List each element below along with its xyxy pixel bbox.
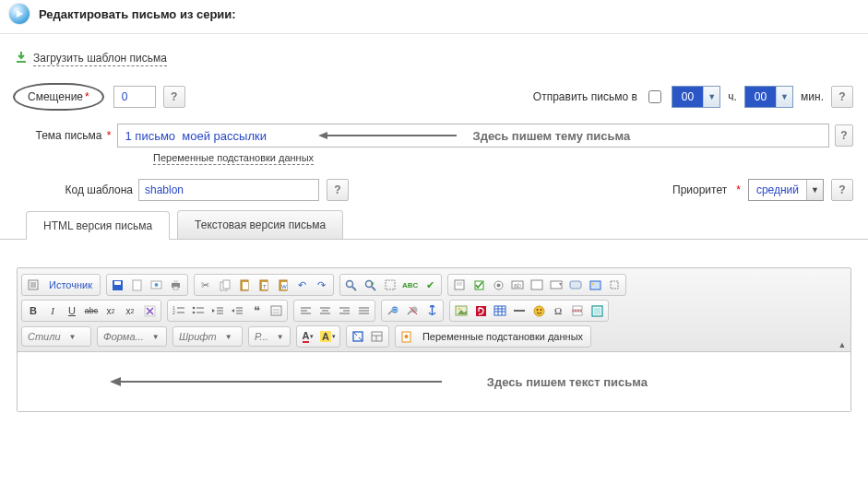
font-combo[interactable]: Шрифт▼ [172,326,243,347]
paste-icon[interactable] [235,276,254,294]
div-icon[interactable] [267,301,285,320]
template-doc-icon[interactable] [398,327,416,346]
svg-text:T: T [263,284,267,289]
replace-icon[interactable]: a [362,276,380,294]
flash-icon[interactable] [471,301,490,320]
required-asterisk: * [85,90,89,103]
print-icon[interactable] [167,276,185,294]
copy-icon[interactable] [216,276,234,294]
collapse-toolbar-icon[interactable]: ▲ [836,340,849,349]
svg-point-79 [392,307,398,313]
priority-help-button[interactable]: ? [831,179,853,201]
subject-help-button[interactable]: ? [835,124,853,147]
offset-help-button[interactable]: ? [163,86,185,108]
text-field-icon[interactable]: ab [508,276,527,294]
special-char-icon[interactable]: Ω [549,301,567,320]
svg-rect-87 [494,306,505,315]
remove-format-icon[interactable] [140,301,159,320]
tab-text-version[interactable]: Текстовая версия письма [177,210,343,239]
italic-icon[interactable]: I [43,301,62,320]
maximize-icon[interactable] [349,327,367,346]
editor-body[interactable]: Здесь пишем текст письма [18,352,850,411]
button-field-icon[interactable] [566,276,585,294]
indent-icon[interactable] [228,301,246,320]
smiley-icon[interactable] [529,301,548,320]
select-field-icon[interactable] [547,276,565,294]
checkbox-field-icon[interactable] [470,276,488,294]
offset-input[interactable] [113,86,156,108]
subject-vars-link[interactable]: Переменные подстановки данных [153,152,314,165]
find-icon[interactable] [342,276,361,294]
save-icon[interactable] [109,276,127,294]
source-button[interactable]: Источник [43,276,98,294]
paste-text-icon[interactable]: T [255,276,273,294]
paste-word-icon[interactable]: W [274,276,292,294]
undo-icon[interactable]: ↶ [293,276,312,294]
svg-rect-43 [570,281,581,289]
superscript-icon[interactable]: x2 [121,301,139,320]
image-icon[interactable] [452,301,470,320]
blockquote-icon[interactable]: ❝ [247,301,266,320]
redo-icon[interactable]: ↷ [313,276,331,294]
subject-input[interactable] [117,124,829,148]
image-button-icon[interactable] [586,276,604,294]
template-code-help-button[interactable]: ? [327,179,349,201]
hr-icon[interactable] [510,301,529,320]
align-left-icon[interactable] [296,301,315,320]
svg-point-37 [496,283,500,287]
align-center-icon[interactable] [315,301,334,320]
send-minute-select[interactable]: 00 ▼ [744,86,793,108]
preview-icon[interactable] [148,276,166,294]
strike-icon[interactable]: abc [82,301,101,320]
numbered-list-icon[interactable]: 12 [170,301,188,320]
form-icon[interactable] [450,276,469,294]
offset-label: Смещение [28,90,83,103]
hours-unit: ч. [728,90,737,103]
bg-color-icon[interactable]: A▾ [318,327,338,346]
page-break-icon[interactable] [568,301,587,320]
underline-icon[interactable]: U [63,301,81,320]
select-all-icon[interactable] [381,276,399,294]
bold-icon[interactable]: B [24,301,42,320]
cut-icon[interactable]: ✂ [196,276,215,294]
send-at-help-button[interactable]: ? [831,86,853,108]
unlink-icon[interactable] [403,301,422,320]
priority-select[interactable]: средний ▼ [748,179,824,201]
radio-field-icon[interactable] [489,276,507,294]
align-justify-icon[interactable] [354,301,373,320]
svg-rect-31 [386,280,395,289]
link-icon[interactable] [384,301,402,320]
spellcheck-abc-icon[interactable]: ABC [400,276,420,294]
hidden-field-icon[interactable] [605,276,624,294]
new-page-icon[interactable] [128,276,147,294]
iframe-icon[interactable] [588,301,606,320]
anchor-icon[interactable] [422,301,441,320]
show-blocks-icon[interactable] [368,327,386,346]
align-right-icon[interactable] [335,301,353,320]
send-hour-select[interactable]: 00 ▼ [672,86,720,108]
text-color-icon[interactable]: A▾ [299,327,317,346]
send-at-checkbox[interactable] [648,90,661,103]
format-combo[interactable]: Форма...▼ [97,326,167,347]
editor-body-hint: Здесь пишем текст письма [487,375,648,389]
load-template-link[interactable]: Загрузить шаблон письма [33,52,167,66]
bullet-list-icon[interactable] [189,301,208,320]
template-code-input[interactable] [138,179,319,201]
spellcheck-icon[interactable]: ✔ [421,276,439,294]
svg-text:a: a [371,280,375,286]
subscript-icon[interactable]: x2 [101,301,120,320]
svg-rect-10 [133,280,141,290]
source-icon[interactable] [24,276,42,294]
vars-button[interactable]: Переменные подстановки данных [417,327,589,346]
table-icon[interactable] [491,301,509,320]
textarea-field-icon[interactable] [528,276,546,294]
style-combo[interactable]: Стили▼ [21,326,91,347]
size-combo[interactable]: Р...▼ [248,326,291,347]
send-at-label: Отправить письмо в [533,90,637,103]
outdent-icon[interactable] [208,301,227,320]
tab-html-version[interactable]: HTML версия письма [26,211,170,240]
chevron-down-icon: ▼ [703,87,719,107]
minutes-unit: мин. [801,90,824,103]
svg-point-26 [347,280,353,287]
svg-rect-19 [243,282,248,289]
